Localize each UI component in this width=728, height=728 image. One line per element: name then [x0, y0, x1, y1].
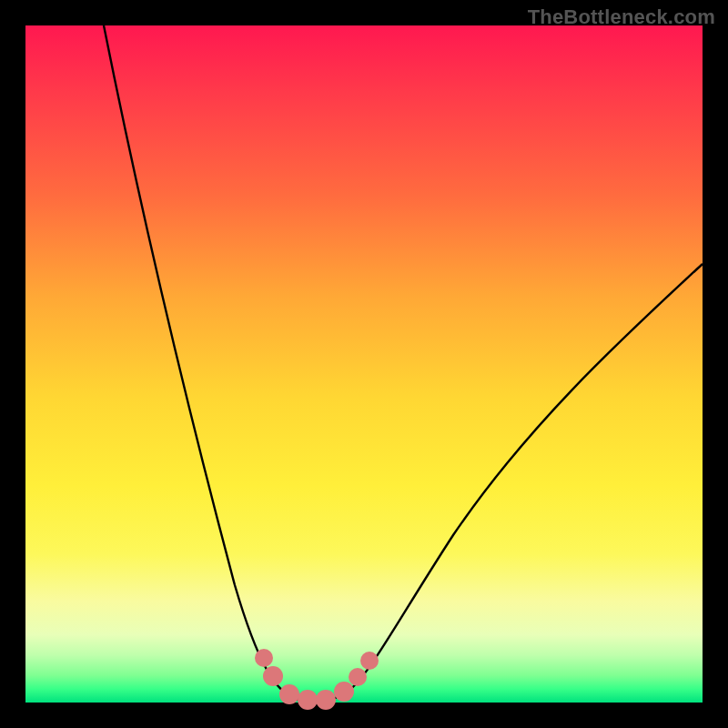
marker-dot — [298, 690, 318, 710]
marker-dot — [334, 682, 354, 702]
curve-layer — [25, 25, 703, 703]
marker-dot — [360, 652, 379, 670]
marker-dot — [255, 649, 273, 667]
valley-markers — [255, 649, 379, 710]
marker-dot — [263, 666, 283, 686]
bottleneck-curve — [104, 25, 703, 702]
plot-area — [25, 25, 703, 703]
marker-dot — [316, 690, 336, 710]
marker-dot — [349, 668, 367, 686]
marker-dot — [279, 684, 299, 704]
chart-frame: TheBottleneck.com — [0, 0, 728, 728]
